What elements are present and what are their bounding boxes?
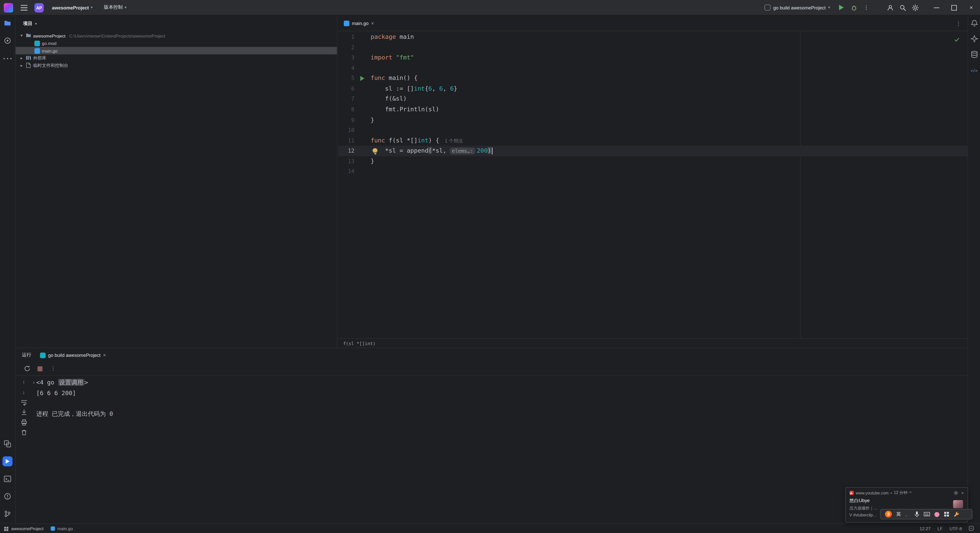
code-line[interactable]: 12 *sl = append(*sl, elems…:200) [338, 146, 967, 156]
statusbar-file-widget[interactable]: main.go [51, 527, 73, 531]
run-tab-close-icon[interactable]: × [103, 352, 106, 358]
close-button[interactable]: × [963, 0, 980, 15]
editor-tab-main-go[interactable]: main.go × [338, 15, 380, 31]
gutter-cell [355, 53, 369, 63]
code-line[interactable]: 3import "fmt" [338, 53, 967, 63]
code-line[interactable]: 1package main [338, 32, 967, 42]
scroll-to-end-icon[interactable] [20, 408, 27, 415]
editor-code[interactable]: 1package main23import "fmt"45func main()… [338, 31, 967, 338]
ime-grid-icon[interactable] [943, 511, 949, 517]
sogou-logo-icon[interactable]: S [885, 511, 892, 518]
code-line[interactable]: 8 fmt.Println(sl) [338, 104, 967, 115]
tree-scratches[interactable]: ▸ 临时文件和控制台 [16, 62, 337, 69]
run-configuration-selector[interactable]: go build awesomeProject ▾ [765, 4, 830, 11]
code-line[interactable]: 7 f(&sl) [338, 94, 967, 104]
toast-close-icon[interactable]: × [961, 491, 964, 495]
line-number: 11 [338, 135, 355, 146]
main-menu-icon[interactable] [18, 2, 29, 13]
folded-region[interactable]: 设置调用 [58, 379, 84, 386]
code-line[interactable]: 13} [338, 156, 967, 167]
code-with-me-button[interactable] [884, 1, 896, 14]
breadcrumb-item[interactable]: f(sl *[]int) [343, 340, 375, 346]
editor-breadcrumbs[interactable]: f(sl *[]int) [338, 338, 967, 348]
code-line[interactable]: 11func f(sl *[]int) {1 个用法 [338, 135, 967, 146]
fold-toggle-icon[interactable]: › [32, 377, 35, 388]
goland-logo-icon [4, 3, 13, 12]
maximize-button[interactable] [945, 0, 963, 15]
go-file-icon [51, 527, 55, 531]
project-panel-header[interactable]: 项目 ▾ [16, 16, 337, 31]
chevron-down-icon[interactable]: ▾ [19, 34, 24, 38]
caret-position-widget[interactable]: 12:27 [920, 527, 931, 531]
code-line[interactable]: 5func main() { [338, 73, 967, 84]
console-output[interactable]: ›<4 go 设置调用>[6 6 6 200]进程 已完成，退出代码为 0 [32, 376, 967, 523]
code-line[interactable]: 9} [338, 115, 967, 125]
project-toolwindow-icon[interactable] [3, 18, 13, 28]
more-run-actions-button[interactable]: ⋮ [860, 1, 873, 14]
prev-occurrence-icon[interactable]: ↑ [20, 378, 27, 386]
search-everywhere-button[interactable] [896, 1, 909, 14]
notifications-bell-icon[interactable] [969, 18, 979, 28]
code-line[interactable]: 10 [338, 125, 967, 135]
run-button[interactable] [835, 1, 848, 14]
ime-toolbox-icon[interactable] [953, 511, 959, 517]
code-line[interactable]: 14 [338, 166, 967, 177]
run-line-gutter-icon[interactable] [355, 73, 369, 84]
ime-toolbar[interactable]: S 英 、 [880, 509, 972, 519]
status-indicator-icon[interactable] [969, 526, 974, 531]
run-panel-title[interactable]: 运行 [22, 352, 32, 358]
editor-options-icon[interactable]: ⋮ [956, 16, 961, 31]
problems-toolwindow-icon[interactable] [3, 492, 13, 501]
run-more-options-icon[interactable]: ⋮ [49, 365, 57, 372]
ime-punctuation-icon[interactable]: 、 [905, 511, 910, 517]
rerun-button[interactable] [23, 365, 30, 372]
database-toolwindow-icon[interactable] [969, 49, 979, 59]
more-toolwindows-icon[interactable]: ⋯ [3, 53, 13, 63]
tree-root-node[interactable]: ▾ awesomeProject C:\Users\meowr\GolandPr… [16, 32, 337, 39]
toast-video-thumbnail[interactable] [953, 500, 963, 508]
next-occurrence-icon[interactable]: ↓ [20, 388, 27, 396]
line-separator-widget[interactable]: LF [937, 527, 942, 531]
stop-button[interactable] [36, 365, 44, 372]
tree-external-libraries[interactable]: ▸ 外部库 [16, 54, 337, 62]
print-icon[interactable] [20, 418, 27, 426]
keyboard-icon[interactable] [923, 512, 929, 516]
ime-skin-icon[interactable] [934, 512, 939, 517]
code-line[interactable]: 4 [338, 63, 967, 73]
run-tab[interactable]: go build awesomeProject × [40, 352, 106, 358]
project-selector[interactable]: awesomeProject ▾ [49, 3, 96, 12]
clear-console-icon[interactable] [20, 428, 27, 436]
tree-file-go-mod[interactable]: go.mod [16, 39, 337, 47]
project-badge: AP [35, 3, 44, 12]
code-line[interactable]: 2 [338, 42, 967, 53]
microphone-icon[interactable] [914, 511, 919, 517]
services-toolwindow-icon[interactable] [3, 439, 13, 449]
toast-collapse-icon[interactable]: ^ [909, 491, 912, 495]
run-panel-header: 运行 go build awesomeProject × [16, 348, 967, 362]
settings-gear-icon[interactable] [909, 1, 921, 14]
toast-settings-gear-icon[interactable] [954, 490, 958, 495]
tab-close-icon[interactable]: × [371, 21, 374, 26]
tree-file-main-go[interactable]: main.go [16, 47, 337, 54]
encoding-widget[interactable]: UTF-8 [950, 527, 962, 531]
commit-toolwindow-icon[interactable] [3, 36, 13, 46]
git-toolwindow-icon[interactable] [3, 509, 13, 519]
minimize-button[interactable] [928, 0, 945, 15]
left-toolwindow-stripe: ⋯ [0, 16, 16, 523]
terminal-toolwindow-icon[interactable] [3, 474, 13, 484]
vcs-widget[interactable]: 版本控制 ▾ [101, 3, 130, 13]
debug-button[interactable] [848, 1, 860, 14]
chevron-right-icon[interactable]: ▸ [19, 64, 24, 68]
run-toolwindow-icon[interactable] [3, 457, 13, 466]
soft-wrap-icon[interactable] [20, 398, 27, 406]
chevron-right-icon[interactable]: ▸ [19, 56, 24, 60]
parameter-inlay-hint[interactable]: elems…: [450, 147, 475, 154]
code-line[interactable]: 6 sl := []int{6, 6, 6} [338, 84, 967, 94]
ime-language-mode[interactable]: 英 [896, 511, 901, 517]
ai-assistant-icon[interactable] [969, 34, 979, 44]
endpoints-toolwindow-icon[interactable]: </> [969, 65, 979, 75]
statusbar-project-widget[interactable]: awesomeProject [4, 526, 44, 531]
usages-hint[interactable]: 1 个用法 [445, 138, 463, 143]
toast-header: www.youtube.com • 12 分钟 ^ × [850, 490, 964, 496]
chevron-down-icon: ▾ [124, 6, 126, 10]
